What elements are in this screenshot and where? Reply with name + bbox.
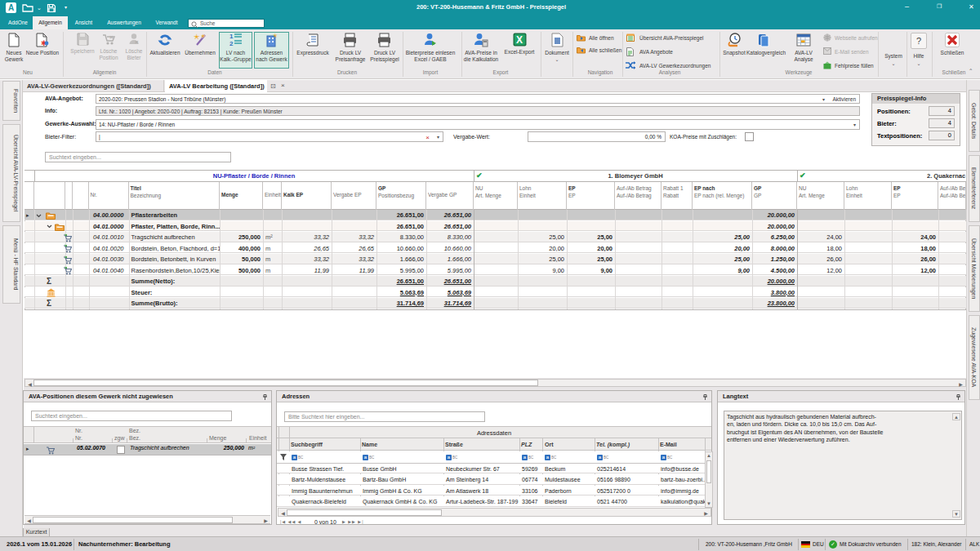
svg-text:X: X	[516, 34, 523, 46]
svg-text:1: 1	[229, 33, 234, 40]
svg-text:✭: ✭	[194, 33, 200, 41]
svg-text:×: ×	[109, 33, 114, 41]
svg-text:×: ×	[135, 38, 139, 46]
svg-text:2: 2	[229, 40, 234, 47]
svg-text:✭: ✭	[201, 33, 205, 38]
svg-text:✭: ✭	[273, 33, 278, 38]
